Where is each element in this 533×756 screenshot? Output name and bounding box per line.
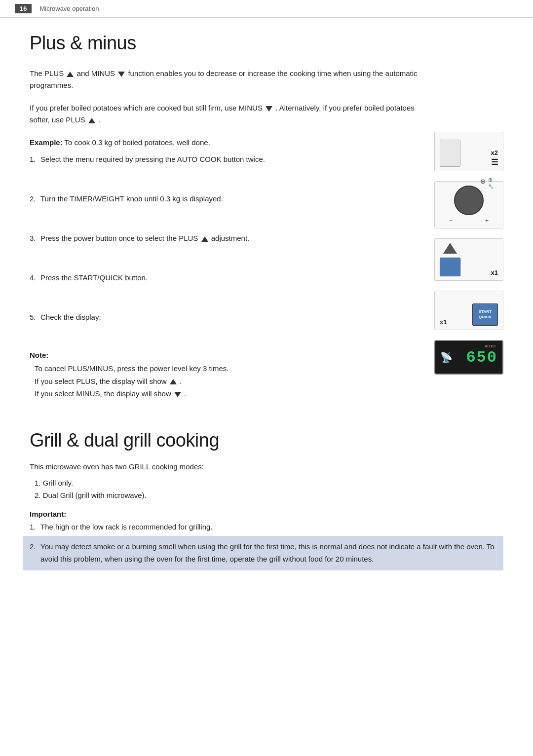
diagram-display: AUTO 📡 650 (434, 340, 503, 375)
plus-icon-2 (88, 118, 95, 123)
step-4: 4. Press the START/QUICK button. (30, 272, 419, 284)
power-x1-label: x1 (491, 269, 498, 276)
plus-icon-1 (67, 72, 74, 77)
page: 16 Microwave operation Plus & minus The … (0, 0, 533, 756)
plus-icon-note (170, 379, 177, 384)
minus-icon-1 (118, 72, 125, 77)
note-line-1: To cancel PLUS/MINUS, press the power le… (35, 362, 419, 375)
knob-minus: − (449, 217, 453, 224)
autocook-x2: x2 (491, 149, 498, 156)
content-area: Plus & minus The PLUS and MINUS function… (0, 23, 533, 588)
knob-circle (454, 186, 484, 215)
start-button-rect: STARTQUICK (472, 303, 498, 326)
important-num-2: 2. (30, 541, 36, 553)
note-section: Note: To cancel PLUS/MINUS, press the po… (30, 351, 419, 400)
grill-intro: This microwave oven has two GRILL cookin… (30, 461, 503, 473)
example-label: Example: To cook 0.3 kg of boiled potato… (30, 137, 419, 149)
page-number: 16 (15, 4, 32, 13)
diagram-autocook: x2 ☰ (434, 132, 503, 171)
text-column: The PLUS and MINUS function enables you … (30, 68, 419, 415)
power-button-rect (440, 258, 460, 276)
step-5-text: Check the display: (40, 313, 101, 321)
intro-para1: The PLUS and MINUS function enables you … (30, 68, 419, 91)
grill-mode-1: 1. Grill only. (35, 477, 503, 490)
start-button-label: STARTQUICK (479, 309, 492, 320)
important-text-2: You may detect smoke or a burning smell … (40, 542, 495, 563)
power-triangle-icon (443, 243, 457, 254)
step-3: 3. Press the power button once to select… (30, 232, 419, 244)
example-bold: Example: (30, 138, 63, 147)
grill-title: Grill & dual grill cooking (30, 430, 503, 451)
plus-minus-title: Plus & minus (30, 33, 503, 54)
knob-plus: + (485, 217, 489, 224)
intro-para2: If you prefer boiled potatoes which are … (30, 102, 419, 126)
autocook-button-rect (440, 140, 460, 167)
header-bar: 16 Microwave operation (0, 0, 533, 18)
diagram-column: x2 ☰ ⊕🔧 − + (434, 68, 503, 415)
autocook-count: x2 ☰ (491, 149, 498, 167)
step-num-2: 2. (30, 193, 36, 205)
step-num-1: 1. (30, 153, 36, 165)
display-number: 650 (466, 348, 497, 367)
diagram-power: x1 (434, 238, 503, 281)
start-x1-label: x1 (440, 318, 447, 326)
step-2: 2. Turn the TIMER/WEIGHT knob until 0.3 … (30, 193, 419, 205)
diagram-start: x1 STARTQUICK (434, 291, 503, 330)
example-text: To cook 0.3 kg of boiled potatoes, well … (65, 138, 210, 147)
steps-list: 1. Select the menu required by pressing … (30, 153, 419, 323)
autocook-icon: ☰ (491, 157, 498, 167)
step-3-text: Press the power button once to select th… (40, 234, 249, 242)
important-list: 1. The high or the low rack is recommend… (30, 521, 503, 570)
note-line-3: If you select MINUS, the display will sh… (35, 387, 419, 400)
knob-dial-icon: ⊕🔧 (488, 177, 494, 189)
grill-mode-2: 2. Dual Grill (grill with microwave). (35, 489, 503, 502)
step-2-text: Turn the TIMER/WEIGHT knob until 0.3 kg … (40, 194, 223, 203)
important-num-1: 1. (30, 521, 36, 533)
step-1-text: Select the menu required by pressing the… (40, 155, 265, 163)
step-4-text: Press the START/QUICK button. (40, 273, 148, 282)
display-auto-label: AUTO (485, 344, 495, 348)
display-speaker-icon: 📡 (440, 351, 453, 363)
note-line-2: If you select PLUS, the display will sho… (35, 375, 419, 388)
step-num-5: 5. (30, 311, 36, 323)
step-num-4: 4. (30, 272, 36, 284)
plus-icon-3 (201, 236, 208, 242)
step-5: 5. Check the display: (30, 311, 419, 323)
grill-section: Grill & dual grill cooking This microwav… (30, 420, 503, 570)
step-num-3: 3. (30, 232, 36, 244)
plus-minus-body: The PLUS and MINUS function enables you … (30, 68, 503, 415)
important-item-2: 2. You may detect smoke or a burning sme… (23, 536, 503, 570)
diagram-knob: ⊕🔧 − + (434, 181, 503, 228)
grill-modes-list: 1. Grill only. 2. Dual Grill (grill with… (30, 477, 503, 502)
knob-labels: − + (449, 217, 489, 224)
important-item-1: 1. The high or the low rack is recommend… (30, 521, 503, 533)
header-title: Microwave operation (39, 5, 99, 12)
minus-icon-note (174, 392, 181, 397)
step-1: 1. Select the menu required by pressing … (30, 153, 419, 165)
important-title: Important: (30, 510, 503, 518)
important-text-1: The high or the low rack is recommended … (40, 523, 213, 531)
minus-icon-2 (266, 106, 272, 112)
note-text: To cancel PLUS/MINUS, press the power le… (30, 362, 419, 400)
note-title: Note: (30, 351, 419, 359)
